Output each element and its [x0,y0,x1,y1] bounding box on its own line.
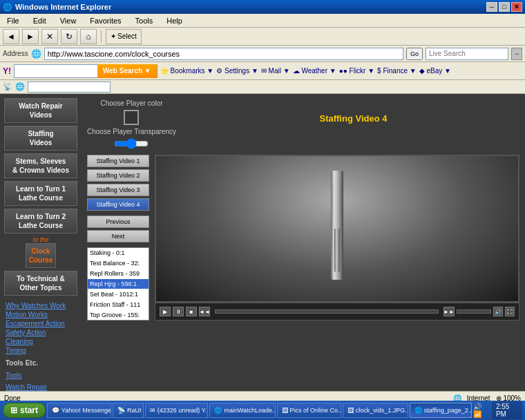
mute-button[interactable]: 🔊 [493,307,503,316]
taskbar-staffing-page[interactable]: 🌐 staffing_page_2... [410,403,472,418]
raui-icon: 📡 [117,407,125,414]
refresh-button[interactable]: ↻ [61,29,77,44]
data-item-groove[interactable]: Top Groove - 155: [88,310,149,320]
select-icon: ✦ [111,32,116,40]
finance-link[interactable]: $ Finance ▼ [377,67,417,75]
previous-btn[interactable]: Previous [87,216,149,228]
safety-link[interactable]: Safety Action [4,328,77,337]
close-button[interactable]: ✕ [511,2,522,12]
color-label: Choose Player color [100,99,162,107]
ie-logo-bar: 🌐 [15,82,25,91]
data-item-hjrg[interactable]: Repl Hjrg - 596:1 [88,279,149,289]
taskbar-yahoo-messenger[interactable]: 💬 Yahoo! Messenger [47,403,111,418]
menu-edit[interactable]: Edit [29,15,50,26]
color-swatch[interactable] [124,110,139,125]
taskbar-yahoo-mail[interactable]: ✉ (42326 unread) Y... [145,403,209,418]
ebay-link[interactable]: ◆ eBay ▼ [419,67,451,75]
staffing-video-4-btn[interactable]: Staffing Video 4 [87,198,149,211]
taskbar-raui[interactable]: 📡 RaUI [113,403,144,418]
minimize-button[interactable]: ─ [486,2,497,12]
icon-bar: 📡 🌐 [0,80,525,94]
cleaning-link[interactable]: Cleaning [4,337,77,346]
search-go-button[interactable]: → [511,48,522,60]
settings-link[interactable]: ⚙ Settings ▼ [216,67,258,75]
forward-button[interactable]: ► [22,29,39,44]
data-item-balance[interactable]: Test Balance - 32: [88,258,149,268]
menu-view[interactable]: View [56,15,81,26]
staffing-videos-btn[interactable]: Staffing Videos [4,126,77,151]
staffing-page-icon: 🌐 [414,407,422,414]
staffing-video-1-btn[interactable]: Staffing Video 1 [87,155,149,167]
video-list-panel: Staffing Video 1 Staffing Video 2 Staffi… [87,155,149,321]
watch-taskbar-icon: 🌐 [214,407,222,414]
search-bar: Y! Web Search ▼ ⭐ Bookmarks ▼ ⚙ Settings… [0,62,525,80]
next-btn[interactable]: Next [87,230,149,242]
menu-favorites[interactable]: Favorites [86,15,125,26]
lathe1-btn[interactable]: Learn to Turn 1 Lathe Course [4,181,77,206]
rss-icon: 📡 [3,82,12,91]
data-list: Staking - 0:1 Test Balance - 32: Repl Ro… [87,247,149,321]
volume-slider[interactable] [457,309,491,314]
web-search-button[interactable]: Web Search ▼ [97,64,157,78]
transparency-slider[interactable] [114,138,149,149]
data-item-beat[interactable]: Set Beat - 1012:1 [88,289,149,299]
clock-course-btn[interactable]: Clock Course [26,243,56,268]
menu-tools[interactable]: Tools [131,15,158,26]
watch-repair-videos-btn[interactable]: Watch Repair Videos [4,98,77,123]
motion-works-link[interactable]: Motion Works [4,310,77,319]
progress-bar[interactable] [215,309,439,314]
toolbar: ◄ ► ✕ ↻ ⌂ ✦ Select [0,28,525,46]
play-button[interactable]: ▶ [160,307,171,316]
quick-search-input[interactable] [28,82,111,93]
mail-link[interactable]: ✉ Mail ▼ [261,67,290,75]
bookmarks-link[interactable]: ⭐ Bookmarks ▼ [160,67,213,75]
data-item-rollers[interactable]: Repl Rollers - 359 [88,269,149,278]
tray-time: 2:55 PM [492,401,522,419]
back-button[interactable]: ◄ [3,29,19,44]
search-input[interactable] [15,65,97,77]
live-search-input[interactable] [426,48,508,60]
taskbar-pics-online[interactable]: 🖼 Pics of Online Co... [277,403,341,418]
stop-button[interactable]: ✕ [41,29,58,44]
staffing-video-3-btn[interactable]: Staffing Video 3 [87,184,149,196]
why-watches-link[interactable]: Why Watches Work [4,301,77,310]
ie-icon: 🌐 [3,3,12,12]
mail-taskbar-icon: ✉ [150,407,155,414]
maximize-button[interactable]: □ [499,2,510,12]
data-item-friction[interactable]: Friction Staff - 111 [88,300,149,309]
flickr-link[interactable]: ●● Flickr ▼ [339,67,374,75]
taskbar-main-watch[interactable]: 🌐 mainWatchLoade... [209,403,275,418]
main-content: Watch Repair Videos Staffing Videos Stem… [0,94,525,391]
data-item-staking[interactable]: Staking - 0:1 [88,248,149,258]
sidebar: Watch Repair Videos Staffing Videos Stem… [0,94,82,391]
stems-sleeves-btn[interactable]: Stems, Sleeves & Crowns Videos [4,153,77,178]
go-button[interactable]: Go [406,48,423,60]
escapement-link[interactable]: Escapement Action [4,319,77,328]
weather-link[interactable]: ☁ Weather ▼ [293,67,336,75]
stop-ctrl-button[interactable]: ■ [186,307,197,316]
taskbar-clock-vids[interactable]: 🖼 clock_vids_1.JPG... [343,403,408,418]
menu-help[interactable]: Help [162,15,187,26]
tools-link[interactable]: Tools [4,371,77,380]
lathe2-btn[interactable]: Learn to Turn 2 Lathe Course [4,209,77,233]
window-title: Windows Internet Explorer [15,3,111,11]
video-section: Staffing Video 1 Staffing Video 2 Staffi… [87,155,519,321]
transparency-label: Choose Player Transparency [87,128,176,135]
address-input[interactable] [44,48,403,60]
fullscreen-button[interactable]: ⛶ [505,307,515,316]
staffing-video-2-btn[interactable]: Staffing Video 2 [87,169,149,182]
video-controls: ▶ ⏸ ■ ◄◄ ►► 🔊 ⛶ [155,303,519,321]
rewind-button[interactable]: ◄◄ [199,307,210,316]
technical-btn[interactable]: To Technical & Other Topics [4,271,77,296]
nav-btns: Previous Next [87,216,149,242]
windows-logo: ⊞ [10,405,17,415]
watch-repair-business-link[interactable]: Watch Repair Business [4,383,77,391]
search-input-wrap: Web Search ▼ [14,64,158,78]
start-button[interactable]: ⊞ start [3,403,46,418]
select-button[interactable]: ✦ Select [106,29,142,44]
home-button[interactable]: ⌂ [80,29,97,44]
pause-button[interactable]: ⏸ [173,307,184,316]
timing-link[interactable]: Timing [4,346,77,355]
ffwd-button[interactable]: ►► [443,307,455,316]
menu-file[interactable]: File [3,15,23,26]
